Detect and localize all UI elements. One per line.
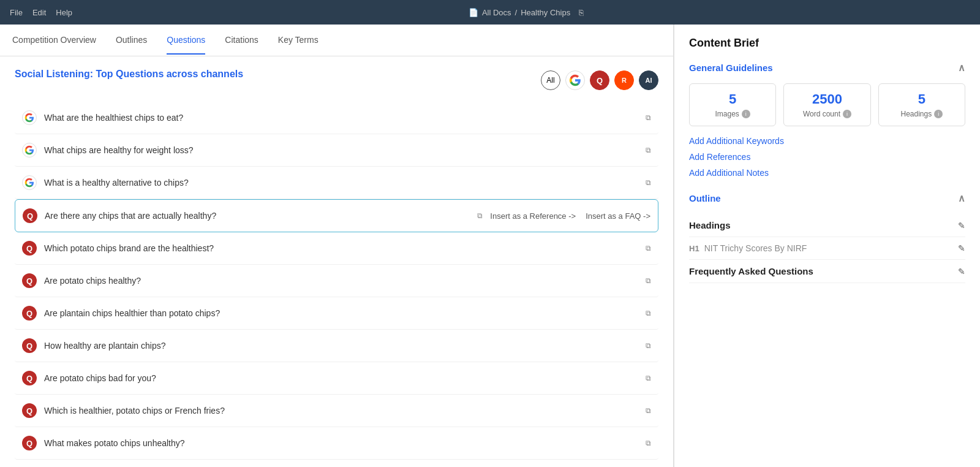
question-text: Are there any chips that are actually he… — [45, 211, 467, 221]
images-info-icon[interactable]: i — [742, 110, 750, 118]
question-row[interactable]: Q Which potato chips brand are the healt… — [15, 232, 658, 265]
external-link-icon[interactable]: ⧉ — [646, 178, 651, 187]
add-keywords-link[interactable]: Add Additional Keywords — [689, 136, 965, 146]
question-row[interactable]: What are the healthiest chips to eat? ⧉ — [15, 102, 658, 134]
question-row-selected[interactable]: Q Are there any chips that are actually … — [15, 199, 658, 232]
outline-collapse-icon[interactable] — [958, 192, 965, 204]
question-text: Are potato chips bad for you? — [44, 373, 636, 383]
current-doc: Healthy Chips — [521, 8, 570, 17]
external-link-icon[interactable]: ⧉ — [646, 439, 651, 447]
question-text: What chips are healthy for weight loss? — [44, 145, 636, 155]
google-icon — [22, 110, 37, 125]
filter-google[interactable] — [565, 70, 585, 90]
question-row[interactable]: Q What makes potato chips unhealthy? ⧉ — [15, 427, 658, 460]
filter-reddit[interactable]: R — [614, 70, 634, 90]
stats-row: 5 Images i 2500 Word count i 5 — [689, 83, 965, 126]
top-bar: File Edit Help 📄 All Docs / Healthy Chip… — [0, 0, 980, 25]
headings-label: Headings i — [900, 110, 943, 118]
action-links: Insert as a Reference -> Insert as a FAQ… — [490, 211, 650, 221]
question-text: How healthy are plantain chips? — [44, 341, 636, 351]
google-icon — [22, 143, 37, 158]
wordcount-value: 2500 — [812, 91, 842, 107]
edit-headings-icon[interactable]: ✎ — [958, 221, 965, 230]
insert-reference-link[interactable]: Insert as a Reference -> — [490, 211, 576, 221]
question-text: What makes potato chips unhealthy? — [44, 438, 636, 448]
insert-faq-link[interactable]: Insert as a FAQ -> — [586, 211, 650, 221]
question-text: Which is healthier, potato chips or Fren… — [44, 406, 636, 416]
tab-keyterms[interactable]: Key Terms — [278, 26, 318, 55]
quora-icon: Q — [22, 306, 37, 321]
general-guidelines-heading: General Guidelines — [689, 62, 965, 74]
quora-icon: Q — [23, 208, 37, 223]
general-guidelines-section: General Guidelines 5 Images i 2500 Word … — [689, 62, 965, 178]
outline-h1-item: H1 NIT Trichy Scores By NIRF ✎ — [689, 237, 965, 260]
external-link-icon[interactable]: ⧉ — [646, 276, 651, 285]
question-row[interactable]: Q Are plantain chips healthier than pota… — [15, 297, 658, 330]
main-layout: Competition Overview Outlines Questions … — [0, 25, 980, 467]
question-row[interactable]: Q Are potato chips healthy? ⧉ — [15, 265, 658, 297]
right-panel: Content Brief General Guidelines 5 Image… — [674, 25, 980, 467]
question-text: What are the healthiest chips to eat? — [44, 113, 636, 123]
breadcrumb-separator: / — [515, 8, 518, 17]
breadcrumb: 📄 All Docs / Healthy Chips ⎘ — [82, 8, 970, 17]
edit-h1-icon[interactable]: ✎ — [958, 243, 965, 253]
tab-questions[interactable]: Questions — [167, 26, 205, 55]
external-link-icon[interactable]: ⧉ — [646, 341, 651, 350]
edit-faq-icon[interactable]: ✎ — [958, 267, 965, 276]
menu-edit[interactable]: Edit — [32, 8, 46, 17]
external-link-icon[interactable]: ⧉ — [646, 244, 651, 252]
section-title: Social Listening: Top Questions across c… — [15, 69, 243, 80]
outline-label: Outline — [689, 193, 721, 203]
menu-bar: File Edit Help — [10, 8, 72, 17]
h1-text: NIT Trichy Scores By NIRF — [704, 243, 807, 253]
headings-label: Headings — [689, 220, 731, 230]
external-link-icon[interactable]: ⧉ — [646, 113, 651, 122]
doc-icon: 📄 — [469, 8, 478, 17]
question-text: Are plantain chips healthier than potato… — [44, 308, 636, 318]
headings-value: 5 — [918, 91, 925, 107]
outline-heading: Outline — [689, 192, 965, 204]
question-row[interactable]: What is a healthy alternative to chips? … — [15, 167, 658, 199]
h1-badge: H1 — [689, 244, 699, 253]
images-label: Images i — [715, 110, 750, 118]
question-text: Are potato chips healthy? — [44, 276, 636, 286]
outline-headings-item: Headings ✎ — [689, 214, 965, 237]
external-link-icon[interactable]: ⧉ — [646, 309, 651, 317]
wordcount-info-icon[interactable]: i — [843, 110, 851, 118]
external-link-icon[interactable]: ⧉ — [477, 211, 483, 220]
add-references-link[interactable]: Add References — [689, 152, 965, 162]
filter-quora[interactable]: Q — [590, 70, 609, 90]
filter-all[interactable]: All — [541, 70, 560, 90]
outline-section: Outline Headings ✎ H1 NIT Trichy Scores … — [689, 192, 965, 283]
collapse-icon[interactable] — [958, 62, 965, 74]
quora-icon: Q — [22, 403, 37, 418]
tab-outlines[interactable]: Outlines — [116, 26, 147, 55]
menu-help[interactable]: Help — [56, 8, 72, 17]
share-icon[interactable]: ⎘ — [579, 8, 584, 17]
external-link-icon[interactable]: ⧉ — [646, 374, 651, 382]
headings-info-icon[interactable]: i — [934, 110, 943, 118]
menu-file[interactable]: File — [10, 8, 23, 17]
tab-citations[interactable]: Citations — [225, 26, 258, 55]
question-row[interactable]: Q Why are kettle-cooked chips better tha… — [15, 460, 658, 467]
content-area: Social Listening: Top Questions across c… — [0, 56, 673, 467]
external-link-icon[interactable]: ⧉ — [646, 146, 651, 154]
all-docs-link[interactable]: All Docs — [482, 8, 511, 17]
external-link-icon[interactable]: ⧉ — [646, 406, 651, 415]
question-row[interactable]: Q Are potato chips bad for you? ⧉ — [15, 362, 658, 395]
left-panel: Competition Overview Outlines Questions … — [0, 25, 674, 467]
google-icon — [22, 175, 37, 190]
question-list: What are the healthiest chips to eat? ⧉ … — [15, 102, 658, 467]
images-value: 5 — [729, 91, 736, 107]
quora-icon: Q — [22, 241, 37, 256]
add-notes-link[interactable]: Add Additional Notes — [689, 168, 965, 178]
section-header: Social Listening: Top Questions across c… — [15, 69, 658, 92]
quora-icon: Q — [22, 273, 37, 288]
wordcount-stat: 2500 Word count i — [783, 83, 870, 126]
question-row[interactable]: What chips are healthy for weight loss? … — [15, 134, 658, 167]
question-row[interactable]: Q How healthy are plantain chips? ⧉ — [15, 330, 658, 362]
tab-competition[interactable]: Competition Overview — [12, 26, 96, 55]
tab-bar: Competition Overview Outlines Questions … — [0, 25, 673, 56]
filter-ai[interactable]: AI — [639, 70, 658, 90]
question-row[interactable]: Q Which is healthier, potato chips or Fr… — [15, 395, 658, 427]
